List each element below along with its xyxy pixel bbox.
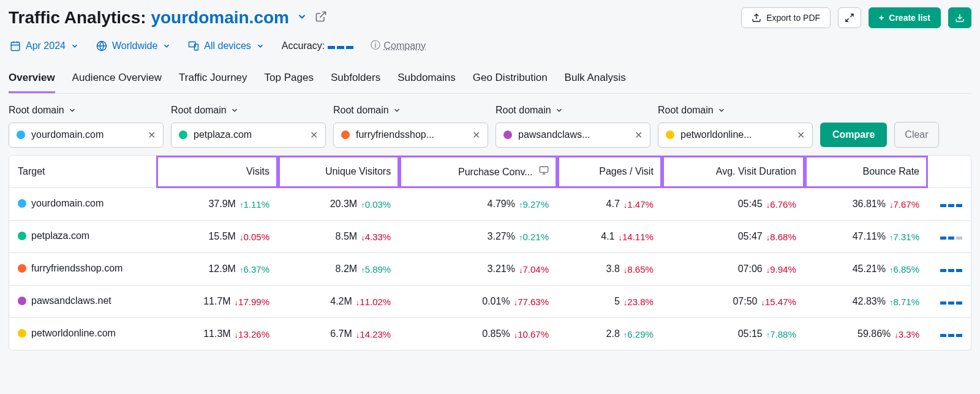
svg-line-0	[320, 12, 325, 17]
col-duration[interactable]: Avg. Visit Duration	[662, 156, 805, 188]
globe-icon	[96, 40, 107, 51]
trend-cell[interactable]	[928, 253, 971, 286]
chevron-down-icon	[230, 106, 239, 115]
sparkline	[940, 301, 962, 305]
col-unique[interactable]: Unique Visitors	[278, 156, 399, 188]
domain-chip[interactable]: pawsandclaws...✕	[496, 123, 650, 148]
title-domain[interactable]: yourdomain.com	[151, 8, 289, 27]
conv-cell: 0.85% ↓10.67%	[399, 318, 557, 350]
color-dot	[666, 131, 674, 139]
accuracy-bars	[328, 46, 353, 49]
pages-cell: 3.8 ↓8.65%	[557, 253, 662, 286]
chip-label: petplaza.com	[194, 129, 304, 140]
root-domain-dropdown[interactable]: Root domain	[658, 105, 820, 116]
region-filter[interactable]: Worldwide	[96, 40, 171, 51]
svg-line-2	[850, 14, 853, 17]
color-dot	[18, 329, 26, 338]
domain-name: yourdomain.com	[31, 198, 104, 209]
color-dot	[341, 131, 350, 139]
table-row[interactable]: yourdomain.com 37.9M ↑1.11% 20.3M ↑0.03%…	[9, 188, 971, 221]
table-row[interactable]: petplaza.com 15.5M ↓0.05% 8.5M ↓4.33% 3.…	[9, 221, 971, 253]
svg-rect-13	[540, 167, 548, 172]
compare-button[interactable]: Compare	[820, 123, 887, 147]
target-cell: petplaza.com	[18, 230, 89, 241]
trend-cell[interactable]	[928, 221, 971, 253]
create-list-button[interactable]: + Create list	[869, 7, 941, 28]
export-pdf-button[interactable]: Export to PDF	[741, 7, 831, 28]
tab-subfolders[interactable]: Subfolders	[331, 68, 380, 93]
trend-cell[interactable]	[928, 188, 971, 221]
conv-cell: 3.27% ↑0.21%	[399, 221, 557, 253]
download-button[interactable]	[948, 7, 971, 28]
chip-label: yourdomain.com	[31, 129, 141, 140]
company-link[interactable]: ⓘ Company	[371, 39, 426, 52]
tab-bulk-analysis[interactable]: Bulk Analysis	[565, 68, 626, 93]
visits-cell: 11.3M ↓13.26%	[156, 318, 278, 350]
trend-cell[interactable]	[928, 286, 971, 318]
pages-cell: 5 ↓23.8%	[557, 286, 662, 318]
open-external-icon[interactable]	[315, 10, 327, 26]
remove-chip-icon[interactable]: ✕	[472, 129, 480, 141]
desktop-icon	[539, 167, 549, 177]
plus-icon: +	[879, 13, 884, 23]
domain-chip[interactable]: petworldonline...✕	[658, 123, 813, 148]
col-pages[interactable]: Pages / Visit	[557, 156, 662, 188]
date-filter[interactable]: Apr 2024	[10, 40, 79, 51]
col-target[interactable]: Target	[9, 156, 156, 188]
root-domain-dropdown[interactable]: Root domain	[171, 105, 333, 116]
col-bounce[interactable]: Bounce Rate	[805, 156, 928, 188]
svg-line-3	[846, 18, 849, 21]
info-icon: ⓘ	[371, 39, 380, 52]
col-visits[interactable]: Visits	[156, 156, 278, 188]
tab-subdomains[interactable]: Subdomains	[398, 68, 456, 93]
visits-cell: 12.9M ↑6.37%	[156, 253, 278, 286]
remove-chip-icon[interactable]: ✕	[797, 129, 805, 141]
expand-button[interactable]	[838, 7, 861, 28]
root-domain-dropdown[interactable]: Root domain	[9, 105, 171, 116]
accuracy-indicator: Accuracy:	[282, 40, 353, 51]
target-cell: furryfriendsshop.com	[18, 263, 123, 274]
clear-button[interactable]: Clear	[894, 122, 938, 148]
col-trend	[928, 156, 971, 188]
domain-chip[interactable]: furryfriendsshop...✕	[333, 123, 488, 148]
tab-top-pages[interactable]: Top Pages	[265, 68, 314, 93]
target-cell: yourdomain.com	[18, 198, 104, 209]
remove-chip-icon[interactable]: ✕	[310, 129, 318, 141]
domain-chip[interactable]: petplaza.com✕	[171, 123, 326, 148]
col-conversion[interactable]: Purchase Conv...	[399, 156, 557, 188]
domain-chip[interactable]: yourdomain.com✕	[9, 123, 164, 148]
table-row[interactable]: furryfriendsshop.com 12.9M ↑6.37% 8.2M ↑…	[9, 253, 971, 286]
tab-audience-overview[interactable]: Audience Overview	[72, 68, 162, 93]
devices-icon	[188, 40, 199, 51]
bounce-cell: 45.21% ↑6.85%	[805, 253, 928, 286]
svg-rect-5	[11, 42, 20, 51]
remove-chip-icon[interactable]: ✕	[635, 129, 643, 141]
duration-cell: 05:47 ↓8.68%	[662, 221, 805, 253]
bounce-cell: 59.86% ↓3.3%	[805, 318, 928, 350]
sparkline	[940, 269, 962, 272]
tab-geo-distribution[interactable]: Geo Distribution	[473, 68, 548, 93]
conv-cell: 0.01% ↓77.63%	[399, 286, 557, 318]
tab-overview[interactable]: Overview	[9, 68, 55, 93]
trend-cell[interactable]	[928, 318, 971, 350]
root-domain-dropdown[interactable]: Root domain	[496, 105, 658, 116]
remove-chip-icon[interactable]: ✕	[148, 129, 156, 141]
bounce-cell: 47.11% ↑7.31%	[805, 221, 928, 253]
chip-label: furryfriendsshop...	[356, 129, 466, 140]
unique-cell: 20.3M ↑0.03%	[278, 188, 399, 221]
domain-dropdown-caret[interactable]	[296, 11, 307, 25]
color-dot	[18, 264, 26, 273]
table-row[interactable]: pawsandclaws.net 11.7M ↓17.99% 4.2M ↓11.…	[9, 286, 971, 318]
visits-cell: 15.5M ↓0.05%	[156, 221, 278, 253]
calendar-icon	[10, 40, 21, 51]
color-dot	[179, 131, 187, 139]
unique-cell: 4.2M ↓11.02%	[278, 286, 399, 318]
bounce-cell: 36.81% ↓7.67%	[805, 188, 928, 221]
tabs-nav: OverviewAudience OverviewTraffic Journey…	[9, 68, 971, 94]
chevron-down-icon	[393, 106, 401, 115]
root-domain-dropdown[interactable]: Root domain	[333, 105, 496, 116]
table-row[interactable]: petworldonline.com 11.3M ↓13.26% 6.7M ↓1…	[9, 318, 971, 350]
devices-filter[interactable]: All devices	[188, 40, 264, 51]
tab-traffic-journey[interactable]: Traffic Journey	[179, 68, 247, 93]
unique-cell: 8.2M ↑5.89%	[278, 253, 399, 286]
